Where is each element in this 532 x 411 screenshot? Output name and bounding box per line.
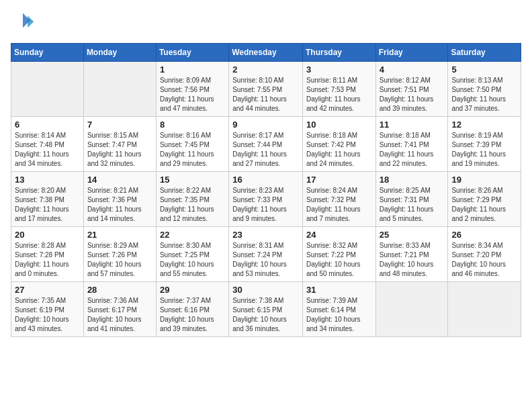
calendar-cell: 19Sunrise: 8:26 AM Sunset: 7:29 PM Dayli…: [448, 172, 521, 227]
calendar-table: SundayMondayTuesdayWednesdayThursdayFrid…: [11, 43, 521, 337]
calendar-cell: 1Sunrise: 8:09 AM Sunset: 7:56 PM Daylig…: [156, 62, 228, 117]
day-number: 15: [160, 175, 225, 185]
day-info: Sunrise: 8:16 AM Sunset: 7:45 PM Dayligh…: [160, 131, 225, 169]
day-number: 29: [160, 285, 225, 295]
day-info: Sunrise: 8:19 AM Sunset: 7:39 PM Dayligh…: [451, 131, 517, 169]
day-info: Sunrise: 8:10 AM Sunset: 7:55 PM Dayligh…: [232, 76, 299, 113]
day-info: Sunrise: 8:25 AM Sunset: 7:31 PM Dayligh…: [380, 186, 445, 224]
calendar-cell: 10Sunrise: 8:18 AM Sunset: 7:42 PM Dayli…: [302, 117, 375, 172]
day-number: 27: [15, 285, 80, 295]
calendar-cell: [11, 62, 84, 117]
day-info: Sunrise: 8:14 AM Sunset: 7:48 PM Dayligh…: [15, 131, 80, 169]
day-info: Sunrise: 8:13 AM Sunset: 7:50 PM Dayligh…: [451, 76, 517, 113]
calendar-cell: 16Sunrise: 8:23 AM Sunset: 7:33 PM Dayli…: [229, 172, 303, 227]
calendar-cell: 18Sunrise: 8:25 AM Sunset: 7:31 PM Dayli…: [375, 172, 448, 227]
day-info: Sunrise: 8:23 AM Sunset: 7:33 PM Dayligh…: [232, 186, 299, 224]
day-number: 25: [380, 230, 445, 240]
calendar-cell: 20Sunrise: 8:28 AM Sunset: 7:28 PM Dayli…: [11, 227, 84, 282]
calendar-cell: [448, 282, 521, 337]
day-info: Sunrise: 8:31 AM Sunset: 7:24 PM Dayligh…: [232, 241, 299, 279]
day-number: 1: [160, 64, 225, 75]
calendar-week-row: 20Sunrise: 8:28 AM Sunset: 7:28 PM Dayli…: [11, 227, 521, 282]
day-number: 11: [380, 120, 445, 130]
calendar-cell: 31Sunrise: 7:39 AM Sunset: 6:14 PM Dayli…: [302, 282, 375, 337]
day-number: 10: [306, 120, 372, 130]
calendar-body: 1Sunrise: 8:09 AM Sunset: 7:56 PM Daylig…: [11, 62, 521, 337]
day-info: Sunrise: 7:35 AM Sunset: 6:19 PM Dayligh…: [15, 296, 80, 334]
day-number: 9: [232, 120, 299, 130]
logo: [11, 11, 39, 35]
day-number: 12: [451, 120, 517, 130]
calendar-header: SundayMondayTuesdayWednesdayThursdayFrid…: [11, 44, 521, 62]
day-info: Sunrise: 8:22 AM Sunset: 7:35 PM Dayligh…: [160, 186, 225, 224]
weekday-header: Tuesday: [156, 44, 228, 62]
weekday-header: Saturday: [448, 44, 521, 62]
calendar-cell: 25Sunrise: 8:33 AM Sunset: 7:21 PM Dayli…: [375, 227, 448, 282]
day-info: Sunrise: 7:36 AM Sunset: 6:17 PM Dayligh…: [87, 296, 152, 334]
calendar-cell: 13Sunrise: 8:20 AM Sunset: 7:38 PM Dayli…: [11, 172, 84, 227]
day-info: Sunrise: 8:17 AM Sunset: 7:44 PM Dayligh…: [232, 131, 299, 169]
calendar-cell: [83, 62, 156, 117]
day-number: 24: [306, 230, 372, 240]
day-number: 2: [232, 64, 299, 75]
day-info: Sunrise: 8:33 AM Sunset: 7:21 PM Dayligh…: [380, 241, 445, 279]
calendar-cell: 26Sunrise: 8:34 AM Sunset: 7:20 PM Dayli…: [448, 227, 521, 282]
calendar-cell: 29Sunrise: 7:37 AM Sunset: 6:16 PM Dayli…: [156, 282, 228, 337]
calendar-cell: 4Sunrise: 8:12 AM Sunset: 7:51 PM Daylig…: [375, 62, 448, 117]
day-info: Sunrise: 8:34 AM Sunset: 7:20 PM Dayligh…: [451, 241, 517, 279]
calendar-cell: 6Sunrise: 8:14 AM Sunset: 7:48 PM Daylig…: [11, 117, 84, 172]
day-number: 6: [15, 120, 80, 130]
day-info: Sunrise: 8:18 AM Sunset: 7:41 PM Dayligh…: [380, 131, 445, 169]
calendar-cell: 2Sunrise: 8:10 AM Sunset: 7:55 PM Daylig…: [229, 62, 303, 117]
day-info: Sunrise: 8:30 AM Sunset: 7:25 PM Dayligh…: [160, 241, 225, 279]
day-info: Sunrise: 8:11 AM Sunset: 7:53 PM Dayligh…: [306, 76, 372, 113]
day-info: Sunrise: 8:28 AM Sunset: 7:28 PM Dayligh…: [15, 241, 80, 279]
day-number: 13: [15, 175, 80, 185]
calendar-cell: 5Sunrise: 8:13 AM Sunset: 7:50 PM Daylig…: [448, 62, 521, 117]
weekday-header: Wednesday: [229, 44, 303, 62]
day-number: 5: [451, 64, 517, 75]
calendar-cell: 9Sunrise: 8:17 AM Sunset: 7:44 PM Daylig…: [229, 117, 303, 172]
calendar-cell: 8Sunrise: 8:16 AM Sunset: 7:45 PM Daylig…: [156, 117, 228, 172]
weekday-header: Friday: [375, 44, 448, 62]
day-info: Sunrise: 8:24 AM Sunset: 7:32 PM Dayligh…: [306, 186, 372, 224]
calendar-cell: 3Sunrise: 8:11 AM Sunset: 7:53 PM Daylig…: [302, 62, 375, 117]
day-info: Sunrise: 8:21 AM Sunset: 7:36 PM Dayligh…: [87, 186, 152, 224]
calendar-cell: [375, 282, 448, 337]
day-number: 16: [232, 175, 299, 185]
calendar-week-row: 27Sunrise: 7:35 AM Sunset: 6:19 PM Dayli…: [11, 282, 521, 337]
calendar-week-row: 6Sunrise: 8:14 AM Sunset: 7:48 PM Daylig…: [11, 117, 521, 172]
day-info: Sunrise: 8:32 AM Sunset: 7:22 PM Dayligh…: [306, 241, 372, 279]
day-info: Sunrise: 8:20 AM Sunset: 7:38 PM Dayligh…: [15, 186, 80, 224]
day-number: 4: [380, 64, 445, 75]
day-number: 7: [87, 120, 152, 130]
calendar-cell: 14Sunrise: 8:21 AM Sunset: 7:36 PM Dayli…: [83, 172, 156, 227]
calendar-cell: 17Sunrise: 8:24 AM Sunset: 7:32 PM Dayli…: [302, 172, 375, 227]
logo-icon: [11, 11, 35, 35]
day-number: 20: [15, 230, 80, 240]
day-info: Sunrise: 8:09 AM Sunset: 7:56 PM Dayligh…: [160, 76, 225, 113]
calendar-cell: 27Sunrise: 7:35 AM Sunset: 6:19 PM Dayli…: [11, 282, 84, 337]
calendar-cell: 12Sunrise: 8:19 AM Sunset: 7:39 PM Dayli…: [448, 117, 521, 172]
day-info: Sunrise: 8:12 AM Sunset: 7:51 PM Dayligh…: [380, 76, 445, 113]
day-info: Sunrise: 8:26 AM Sunset: 7:29 PM Dayligh…: [451, 186, 517, 224]
day-number: 3: [306, 64, 372, 75]
day-number: 8: [160, 120, 225, 130]
day-number: 28: [87, 285, 152, 295]
calendar-cell: 28Sunrise: 7:36 AM Sunset: 6:17 PM Dayli…: [83, 282, 156, 337]
calendar-cell: 24Sunrise: 8:32 AM Sunset: 7:22 PM Dayli…: [302, 227, 375, 282]
day-number: 17: [306, 175, 372, 185]
day-number: 23: [232, 230, 299, 240]
calendar-week-row: 1Sunrise: 8:09 AM Sunset: 7:56 PM Daylig…: [11, 62, 521, 117]
calendar-cell: 15Sunrise: 8:22 AM Sunset: 7:35 PM Dayli…: [156, 172, 228, 227]
day-info: Sunrise: 7:39 AM Sunset: 6:14 PM Dayligh…: [306, 296, 372, 334]
calendar-cell: 7Sunrise: 8:15 AM Sunset: 7:47 PM Daylig…: [83, 117, 156, 172]
day-number: 26: [451, 230, 517, 240]
calendar-cell: 23Sunrise: 8:31 AM Sunset: 7:24 PM Dayli…: [229, 227, 303, 282]
weekday-header: Thursday: [302, 44, 375, 62]
day-number: 18: [380, 175, 445, 185]
page-header: [11, 11, 521, 35]
day-number: 21: [87, 230, 152, 240]
weekday-header: Sunday: [11, 44, 84, 62]
day-info: Sunrise: 8:15 AM Sunset: 7:47 PM Dayligh…: [87, 131, 152, 169]
